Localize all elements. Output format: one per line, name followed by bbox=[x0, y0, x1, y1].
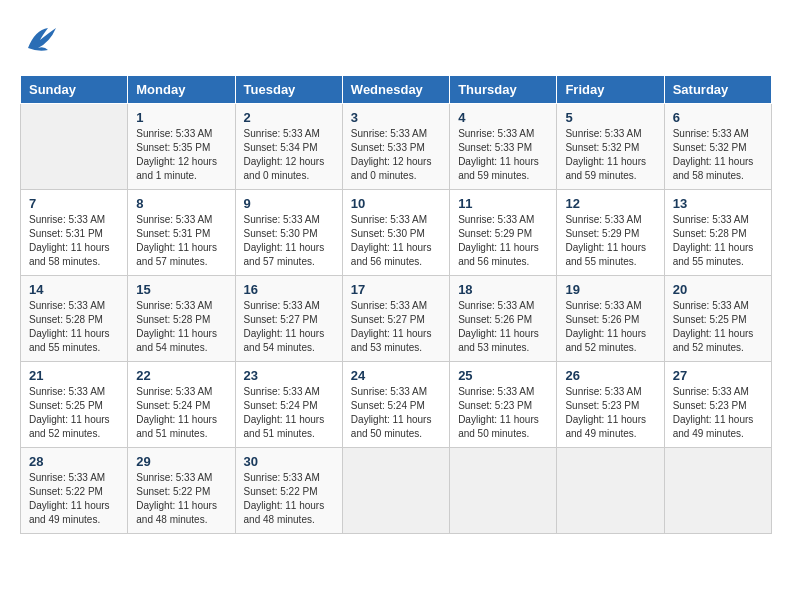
calendar-day-header: Wednesday bbox=[342, 76, 449, 104]
day-number: 17 bbox=[351, 282, 441, 297]
calendar-cell: 29 Sunrise: 5:33 AMSunset: 5:22 PMDaylig… bbox=[128, 448, 235, 534]
calendar-week-row: 14 Sunrise: 5:33 AMSunset: 5:28 PMDaylig… bbox=[21, 276, 772, 362]
cell-details: Sunrise: 5:33 AMSunset: 5:33 PMDaylight:… bbox=[458, 127, 548, 183]
calendar-cell: 23 Sunrise: 5:33 AMSunset: 5:24 PMDaylig… bbox=[235, 362, 342, 448]
day-number: 1 bbox=[136, 110, 226, 125]
calendar-day-header: Sunday bbox=[21, 76, 128, 104]
day-number: 29 bbox=[136, 454, 226, 469]
calendar-day-header: Tuesday bbox=[235, 76, 342, 104]
day-number: 3 bbox=[351, 110, 441, 125]
day-number: 28 bbox=[29, 454, 119, 469]
day-number: 9 bbox=[244, 196, 334, 211]
day-number: 2 bbox=[244, 110, 334, 125]
calendar-day-header: Friday bbox=[557, 76, 664, 104]
calendar-cell: 15 Sunrise: 5:33 AMSunset: 5:28 PMDaylig… bbox=[128, 276, 235, 362]
calendar-cell bbox=[21, 104, 128, 190]
calendar-cell: 26 Sunrise: 5:33 AMSunset: 5:23 PMDaylig… bbox=[557, 362, 664, 448]
day-number: 10 bbox=[351, 196, 441, 211]
calendar-cell: 24 Sunrise: 5:33 AMSunset: 5:24 PMDaylig… bbox=[342, 362, 449, 448]
day-number: 24 bbox=[351, 368, 441, 383]
calendar-cell: 6 Sunrise: 5:33 AMSunset: 5:32 PMDayligh… bbox=[664, 104, 771, 190]
cell-details: Sunrise: 5:33 AMSunset: 5:28 PMDaylight:… bbox=[136, 299, 226, 355]
calendar-week-row: 21 Sunrise: 5:33 AMSunset: 5:25 PMDaylig… bbox=[21, 362, 772, 448]
calendar-cell: 1 Sunrise: 5:33 AMSunset: 5:35 PMDayligh… bbox=[128, 104, 235, 190]
calendar-cell: 14 Sunrise: 5:33 AMSunset: 5:28 PMDaylig… bbox=[21, 276, 128, 362]
calendar-cell: 25 Sunrise: 5:33 AMSunset: 5:23 PMDaylig… bbox=[450, 362, 557, 448]
cell-details: Sunrise: 5:33 AMSunset: 5:25 PMDaylight:… bbox=[29, 385, 119, 441]
calendar-day-header: Saturday bbox=[664, 76, 771, 104]
calendar-cell: 2 Sunrise: 5:33 AMSunset: 5:34 PMDayligh… bbox=[235, 104, 342, 190]
cell-details: Sunrise: 5:33 AMSunset: 5:31 PMDaylight:… bbox=[136, 213, 226, 269]
day-number: 18 bbox=[458, 282, 548, 297]
calendar-day-header: Thursday bbox=[450, 76, 557, 104]
day-number: 6 bbox=[673, 110, 763, 125]
cell-details: Sunrise: 5:33 AMSunset: 5:35 PMDaylight:… bbox=[136, 127, 226, 183]
calendar-cell: 4 Sunrise: 5:33 AMSunset: 5:33 PMDayligh… bbox=[450, 104, 557, 190]
calendar-cell bbox=[557, 448, 664, 534]
calendar-cell: 8 Sunrise: 5:33 AMSunset: 5:31 PMDayligh… bbox=[128, 190, 235, 276]
calendar-day-header: Monday bbox=[128, 76, 235, 104]
calendar-cell: 20 Sunrise: 5:33 AMSunset: 5:25 PMDaylig… bbox=[664, 276, 771, 362]
cell-details: Sunrise: 5:33 AMSunset: 5:27 PMDaylight:… bbox=[351, 299, 441, 355]
cell-details: Sunrise: 5:33 AMSunset: 5:32 PMDaylight:… bbox=[673, 127, 763, 183]
logo bbox=[20, 20, 64, 65]
day-number: 5 bbox=[565, 110, 655, 125]
day-number: 4 bbox=[458, 110, 548, 125]
cell-details: Sunrise: 5:33 AMSunset: 5:23 PMDaylight:… bbox=[565, 385, 655, 441]
cell-details: Sunrise: 5:33 AMSunset: 5:26 PMDaylight:… bbox=[458, 299, 548, 355]
calendar-week-row: 7 Sunrise: 5:33 AMSunset: 5:31 PMDayligh… bbox=[21, 190, 772, 276]
cell-details: Sunrise: 5:33 AMSunset: 5:25 PMDaylight:… bbox=[673, 299, 763, 355]
calendar-week-row: 28 Sunrise: 5:33 AMSunset: 5:22 PMDaylig… bbox=[21, 448, 772, 534]
day-number: 11 bbox=[458, 196, 548, 211]
day-number: 30 bbox=[244, 454, 334, 469]
day-number: 12 bbox=[565, 196, 655, 211]
calendar-cell: 11 Sunrise: 5:33 AMSunset: 5:29 PMDaylig… bbox=[450, 190, 557, 276]
calendar-cell: 27 Sunrise: 5:33 AMSunset: 5:23 PMDaylig… bbox=[664, 362, 771, 448]
cell-details: Sunrise: 5:33 AMSunset: 5:29 PMDaylight:… bbox=[458, 213, 548, 269]
calendar-cell: 10 Sunrise: 5:33 AMSunset: 5:30 PMDaylig… bbox=[342, 190, 449, 276]
cell-details: Sunrise: 5:33 AMSunset: 5:22 PMDaylight:… bbox=[29, 471, 119, 527]
cell-details: Sunrise: 5:33 AMSunset: 5:28 PMDaylight:… bbox=[29, 299, 119, 355]
day-number: 16 bbox=[244, 282, 334, 297]
day-number: 8 bbox=[136, 196, 226, 211]
cell-details: Sunrise: 5:33 AMSunset: 5:23 PMDaylight:… bbox=[673, 385, 763, 441]
cell-details: Sunrise: 5:33 AMSunset: 5:24 PMDaylight:… bbox=[244, 385, 334, 441]
cell-details: Sunrise: 5:33 AMSunset: 5:32 PMDaylight:… bbox=[565, 127, 655, 183]
cell-details: Sunrise: 5:33 AMSunset: 5:24 PMDaylight:… bbox=[136, 385, 226, 441]
day-number: 21 bbox=[29, 368, 119, 383]
cell-details: Sunrise: 5:33 AMSunset: 5:34 PMDaylight:… bbox=[244, 127, 334, 183]
day-number: 22 bbox=[136, 368, 226, 383]
calendar-cell bbox=[450, 448, 557, 534]
day-number: 26 bbox=[565, 368, 655, 383]
cell-details: Sunrise: 5:33 AMSunset: 5:28 PMDaylight:… bbox=[673, 213, 763, 269]
calendar-cell: 3 Sunrise: 5:33 AMSunset: 5:33 PMDayligh… bbox=[342, 104, 449, 190]
calendar-cell: 13 Sunrise: 5:33 AMSunset: 5:28 PMDaylig… bbox=[664, 190, 771, 276]
calendar-cell bbox=[664, 448, 771, 534]
cell-details: Sunrise: 5:33 AMSunset: 5:22 PMDaylight:… bbox=[136, 471, 226, 527]
day-number: 25 bbox=[458, 368, 548, 383]
calendar-cell: 7 Sunrise: 5:33 AMSunset: 5:31 PMDayligh… bbox=[21, 190, 128, 276]
cell-details: Sunrise: 5:33 AMSunset: 5:27 PMDaylight:… bbox=[244, 299, 334, 355]
cell-details: Sunrise: 5:33 AMSunset: 5:33 PMDaylight:… bbox=[351, 127, 441, 183]
calendar-table: SundayMondayTuesdayWednesdayThursdayFrid… bbox=[20, 75, 772, 534]
cell-details: Sunrise: 5:33 AMSunset: 5:31 PMDaylight:… bbox=[29, 213, 119, 269]
calendar-cell bbox=[342, 448, 449, 534]
day-number: 27 bbox=[673, 368, 763, 383]
cell-details: Sunrise: 5:33 AMSunset: 5:26 PMDaylight:… bbox=[565, 299, 655, 355]
cell-details: Sunrise: 5:33 AMSunset: 5:23 PMDaylight:… bbox=[458, 385, 548, 441]
calendar-cell: 5 Sunrise: 5:33 AMSunset: 5:32 PMDayligh… bbox=[557, 104, 664, 190]
cell-details: Sunrise: 5:33 AMSunset: 5:30 PMDaylight:… bbox=[351, 213, 441, 269]
calendar-week-row: 1 Sunrise: 5:33 AMSunset: 5:35 PMDayligh… bbox=[21, 104, 772, 190]
day-number: 15 bbox=[136, 282, 226, 297]
calendar-cell: 21 Sunrise: 5:33 AMSunset: 5:25 PMDaylig… bbox=[21, 362, 128, 448]
logo-icon bbox=[20, 20, 60, 65]
calendar-cell: 22 Sunrise: 5:33 AMSunset: 5:24 PMDaylig… bbox=[128, 362, 235, 448]
day-number: 14 bbox=[29, 282, 119, 297]
cell-details: Sunrise: 5:33 AMSunset: 5:29 PMDaylight:… bbox=[565, 213, 655, 269]
calendar-cell: 19 Sunrise: 5:33 AMSunset: 5:26 PMDaylig… bbox=[557, 276, 664, 362]
day-number: 20 bbox=[673, 282, 763, 297]
calendar-cell: 30 Sunrise: 5:33 AMSunset: 5:22 PMDaylig… bbox=[235, 448, 342, 534]
calendar-cell: 28 Sunrise: 5:33 AMSunset: 5:22 PMDaylig… bbox=[21, 448, 128, 534]
day-number: 23 bbox=[244, 368, 334, 383]
day-number: 13 bbox=[673, 196, 763, 211]
